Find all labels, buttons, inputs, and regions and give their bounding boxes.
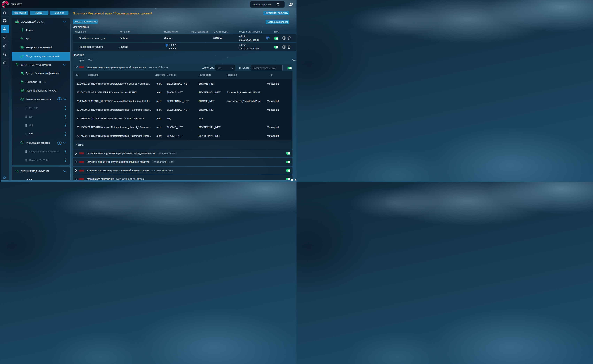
svg-text:IP: IP (166, 44, 167, 46)
